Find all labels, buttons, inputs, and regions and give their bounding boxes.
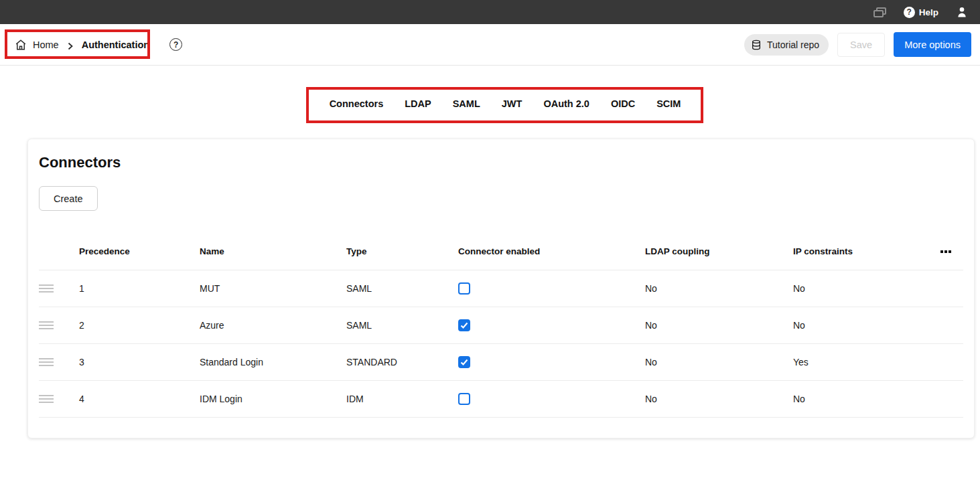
cell-precedence: 2 xyxy=(79,307,200,343)
tab-ldap[interactable]: LDAP xyxy=(394,88,441,122)
breadcrumb: Home Authentication xyxy=(0,24,149,65)
tab-scim[interactable]: SCIM xyxy=(646,88,691,122)
cell-type: IDM xyxy=(346,380,458,417)
ellipsis-icon[interactable] xyxy=(940,248,963,256)
tab-saml[interactable]: SAML xyxy=(442,88,491,122)
table-row: 3 Standard Login STANDARD No Yes xyxy=(39,343,963,380)
cell-ip-constraints: Yes xyxy=(793,343,940,380)
page-title: Connectors xyxy=(39,154,963,171)
cell-ldap-coupling: No xyxy=(645,343,793,380)
table-row: 2 Azure SAML No No xyxy=(39,307,963,343)
cell-type: SAML xyxy=(346,307,458,343)
breadcrumb-home-link[interactable]: Home xyxy=(33,39,59,50)
cell-ldap-coupling: No xyxy=(645,307,793,343)
cell-ip-constraints: No xyxy=(793,270,940,307)
help-button[interactable]: ? Help xyxy=(904,7,938,18)
tabs-row: Connectors LDAP SAML JWT OAuth 2.0 OIDC … xyxy=(0,66,980,139)
tab-oidc[interactable]: OIDC xyxy=(600,88,646,122)
connector-enabled-checkbox[interactable] xyxy=(458,319,470,331)
cell-type: STANDARD xyxy=(346,343,458,380)
tab-jwt[interactable]: JWT xyxy=(491,88,533,122)
cell-ip-constraints: No xyxy=(793,380,940,417)
drag-handle-icon[interactable] xyxy=(39,284,54,293)
column-drag xyxy=(39,234,79,270)
column-ldap-coupling: LDAP coupling xyxy=(645,234,793,270)
cell-name: IDM Login xyxy=(200,380,346,417)
cell-precedence: 3 xyxy=(79,343,200,380)
cell-ldap-coupling: No xyxy=(645,380,793,417)
column-ip-constraints: IP constraints xyxy=(793,234,940,270)
top-bar: ? Help xyxy=(0,0,980,24)
connector-enabled-checkbox[interactable] xyxy=(458,282,470,295)
cell-precedence: 1 xyxy=(79,270,200,307)
database-icon xyxy=(751,39,762,50)
toolbar-actions: Tutorial repo Save More options xyxy=(744,32,971,57)
cell-name: Standard Login xyxy=(200,343,346,380)
connectors-table: Precedence Name Type Connector enabled L… xyxy=(39,234,963,418)
cell-name: MUT xyxy=(200,270,346,307)
save-button[interactable]: Save xyxy=(837,33,885,57)
column-precedence: Precedence xyxy=(79,234,200,270)
column-menu xyxy=(940,234,963,270)
tutorial-repo-button[interactable]: Tutorial repo xyxy=(744,34,829,56)
help-label: Help xyxy=(919,7,938,17)
connector-enabled-checkbox[interactable] xyxy=(458,356,470,368)
home-icon xyxy=(15,39,27,51)
help-icon: ? xyxy=(904,7,915,18)
cell-ldap-coupling: No xyxy=(645,270,793,307)
toolbar: Home Authentication ? Tutorial repo Save… xyxy=(0,24,980,66)
table-row: 1 MUT SAML No No xyxy=(39,270,963,307)
create-button[interactable]: Create xyxy=(39,186,98,211)
table-row: 4 IDM Login IDM No No xyxy=(39,380,963,417)
breadcrumb-current: Authentication xyxy=(82,39,150,50)
cell-type: SAML xyxy=(346,270,458,307)
column-name: Name xyxy=(200,234,346,270)
tutorial-repo-label: Tutorial repo xyxy=(767,39,819,50)
more-options-button[interactable]: More options xyxy=(894,32,971,57)
connectors-panel: Connectors Create Precedence Name Type C… xyxy=(27,139,975,438)
drag-handle-icon[interactable] xyxy=(39,321,54,329)
tab-oauth2[interactable]: OAuth 2.0 xyxy=(533,88,600,122)
question-circle-icon[interactable]: ? xyxy=(169,38,182,51)
cell-precedence: 4 xyxy=(79,380,200,417)
user-icon[interactable] xyxy=(956,6,968,18)
drag-handle-icon[interactable] xyxy=(39,395,54,403)
chevron-right-icon xyxy=(66,41,74,49)
tab-connectors[interactable]: Connectors xyxy=(319,88,395,122)
drag-handle-icon[interactable] xyxy=(39,358,54,366)
connector-enabled-checkbox[interactable] xyxy=(458,393,470,405)
tab-bar: Connectors LDAP SAML JWT OAuth 2.0 OIDC … xyxy=(307,88,703,122)
window-restore-icon[interactable] xyxy=(873,7,886,17)
cell-name: Azure xyxy=(200,307,346,343)
cell-ip-constraints: No xyxy=(793,307,940,343)
column-type: Type xyxy=(346,234,458,270)
table-header-row: Precedence Name Type Connector enabled L… xyxy=(39,234,963,270)
column-connector-enabled: Connector enabled xyxy=(458,234,645,270)
